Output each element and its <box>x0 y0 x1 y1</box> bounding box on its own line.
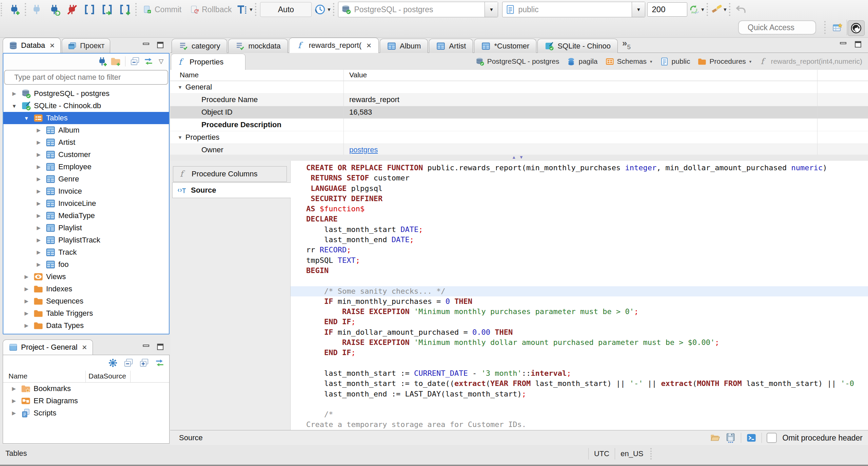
status-drag-handle[interactable] <box>650 448 654 460</box>
editor-tab-sqlite-chinoo[interactable]: SQLite - Chinoo <box>537 39 618 53</box>
editor-tab-category[interactable]: category <box>172 39 227 53</box>
combo-dropdown-button[interactable]: ▼ <box>485 2 498 17</box>
expand-arrow-icon[interactable]: ▶ <box>10 410 18 416</box>
back-history-button[interactable] <box>732 1 750 18</box>
property-row-object-id[interactable]: Object ID16,583 <box>170 106 868 119</box>
breadcrumb-postgresql-postgres[interactable]: PostgreSQL - postgres <box>472 57 563 66</box>
new-connection-button[interactable] <box>5 1 23 18</box>
editor-tab-album[interactable]: Album <box>380 39 428 53</box>
maximize-icon[interactable] <box>156 343 165 351</box>
column-divider[interactable] <box>85 371 86 382</box>
expand-arrow-icon[interactable]: ▶ <box>35 261 43 268</box>
commit-button[interactable]: Commit <box>138 1 185 18</box>
tab-properties[interactable]: f Properties <box>171 54 245 70</box>
search-metadata-button[interactable]: ▼ <box>710 1 727 18</box>
property-row-properties[interactable]: ▼Properties <box>170 131 868 144</box>
column-name[interactable]: Name <box>180 71 199 79</box>
breadcrumb-public[interactable]: public <box>656 57 694 66</box>
minimize-icon[interactable] <box>142 41 151 50</box>
expand-arrow-icon[interactable]: ▶ <box>22 310 31 316</box>
new-connection-icon[interactable] <box>97 56 107 67</box>
collapse-arrow-icon[interactable]: ▼ <box>22 115 31 121</box>
tree-item-data-types[interactable]: ▶Data Types <box>3 319 169 332</box>
maximize-icon[interactable] <box>156 41 165 50</box>
editor-tab-rewards-report[interactable]: frewards_report(✕ <box>289 38 379 53</box>
expand-arrow-icon[interactable]: ▶ <box>10 398 18 404</box>
tree-item-playlisttrack[interactable]: ▶PlaylistTrack <box>3 234 169 246</box>
tree-item-views[interactable]: ▶Views <box>3 271 169 283</box>
source-code[interactable]: CREATE OR REPLACE FUNCTION public.reward… <box>290 161 868 430</box>
tree-item-track[interactable]: ▶Track <box>3 246 169 258</box>
dbeaver-perspective-button[interactable] <box>848 20 865 36</box>
splitter-arrows-icon[interactable]: ▲▼ <box>512 155 527 160</box>
expand-all-icon[interactable] <box>139 357 150 368</box>
pane-splitter[interactable]: ▲▼ <box>170 155 868 161</box>
link-with-editor-icon[interactable] <box>143 56 154 67</box>
tree-item-invoiceline[interactable]: ▶InvoiceLine <box>3 197 169 210</box>
grid-column-divider[interactable] <box>343 70 344 155</box>
tree-item-foo[interactable]: ▶foo <box>3 258 169 271</box>
property-row-procedure-description[interactable]: Procedure Description <box>170 119 868 131</box>
expand-arrow-icon[interactable]: ▶ <box>22 323 31 329</box>
load-from-file-icon[interactable] <box>710 432 721 443</box>
side-tab-source[interactable]: Source <box>172 182 291 198</box>
quick-access-input[interactable] <box>738 20 816 35</box>
expand-arrow-icon[interactable]: ▶ <box>35 225 43 231</box>
column-datasource[interactable]: DataSource <box>88 372 126 380</box>
tree-item-table-triggers[interactable]: ▶Table Triggers <box>3 307 169 319</box>
property-row-procedure-name[interactable]: Procedure Namerewards_report <box>170 94 868 106</box>
tree-item-mediatype[interactable]: ▶MediaType <box>3 210 169 222</box>
collapse-all-icon[interactable] <box>123 357 134 368</box>
editor-tab-customer[interactable]: *Customer <box>474 39 536 53</box>
schema-combo[interactable]: public ▼ <box>502 2 645 17</box>
tree-item-employee[interactable]: ▶Employee <box>3 161 169 173</box>
gear-icon[interactable] <box>107 357 118 368</box>
omit-header-checkbox[interactable] <box>767 433 777 443</box>
tab-overflow-button[interactable]: »5 <box>622 39 631 53</box>
fetch-size-input[interactable] <box>647 2 687 17</box>
new-sql-editor-button[interactable] <box>116 1 134 18</box>
transaction-log-button[interactable]: ▼ <box>314 1 331 18</box>
expand-arrow-icon[interactable]: ▶ <box>22 274 31 280</box>
project-item-scripts[interactable]: ▶Scripts <box>3 407 169 419</box>
editor-tab-mockdata[interactable]: mockdata <box>228 39 288 53</box>
project-tree[interactable]: ▶Bookmarks▶ER Diagrams▶Scripts <box>3 383 169 419</box>
navigator-tree[interactable]: ▶PostgreSQL - postgres▼SQLite - Chinook.… <box>3 88 169 334</box>
tree-item-album[interactable]: ▶Album <box>3 124 169 136</box>
expand-arrow-icon[interactable]: ▶ <box>35 237 43 243</box>
editor-tab-artist[interactable]: Artist <box>429 39 473 53</box>
expand-arrow-icon[interactable]: ▶ <box>35 152 43 158</box>
chevron-down-icon[interactable]: ▾ <box>749 59 752 64</box>
tab-database-navigator[interactable]: Databa ✕ <box>3 38 61 53</box>
refresh-button[interactable]: ▼ <box>687 1 705 18</box>
breadcrumb-schemas[interactable]: Schemas▾ <box>601 57 656 66</box>
tree-item-artist[interactable]: ▶Artist <box>3 136 169 149</box>
collapse-all-icon[interactable] <box>130 56 140 67</box>
minimize-icon[interactable] <box>142 343 151 351</box>
expand-arrow-icon[interactable]: ▶ <box>35 164 43 170</box>
tree-item-sqlite-chinook-db[interactable]: ▼SQLite - Chinook.db <box>3 100 169 112</box>
expand-arrow-icon[interactable]: ▶ <box>35 127 43 133</box>
grid-column-divider[interactable] <box>817 70 817 155</box>
collapse-arrow-icon[interactable]: ▼ <box>178 135 182 140</box>
new-folder-icon[interactable] <box>110 56 121 67</box>
connection-combo[interactable]: PostgreSQL - postgres ▼ <box>338 2 498 17</box>
expand-arrow-icon[interactable]: ▶ <box>10 386 18 392</box>
link-with-editor-icon[interactable] <box>154 357 165 368</box>
minimize-icon[interactable] <box>839 40 848 49</box>
tree-item-playlist[interactable]: ▶Playlist <box>3 222 169 234</box>
tree-item-tables[interactable]: ▼Tables <box>3 112 169 124</box>
expand-arrow-icon[interactable]: ▶ <box>35 200 43 207</box>
tree-item-customer[interactable]: ▶Customer <box>3 149 169 161</box>
close-icon[interactable]: ✕ <box>366 42 372 50</box>
collapse-arrow-icon[interactable]: ▼ <box>178 84 182 90</box>
breadcrumb-pagila[interactable]: pagila <box>563 57 601 66</box>
property-row-general[interactable]: ▼General <box>170 81 868 94</box>
maximize-icon[interactable] <box>854 40 863 49</box>
toolbar-drag-handle[interactable] <box>1 3 5 16</box>
breadcrumb-rewards-report-int4-numeric[interactable]: frewards_report(int4,numeric) <box>755 57 866 66</box>
connect-button[interactable] <box>28 1 45 18</box>
tree-item-genre[interactable]: ▶Genre <box>3 173 169 185</box>
open-console-icon[interactable] <box>746 432 757 443</box>
tree-item-invoice[interactable]: ▶Invoice <box>3 185 169 197</box>
